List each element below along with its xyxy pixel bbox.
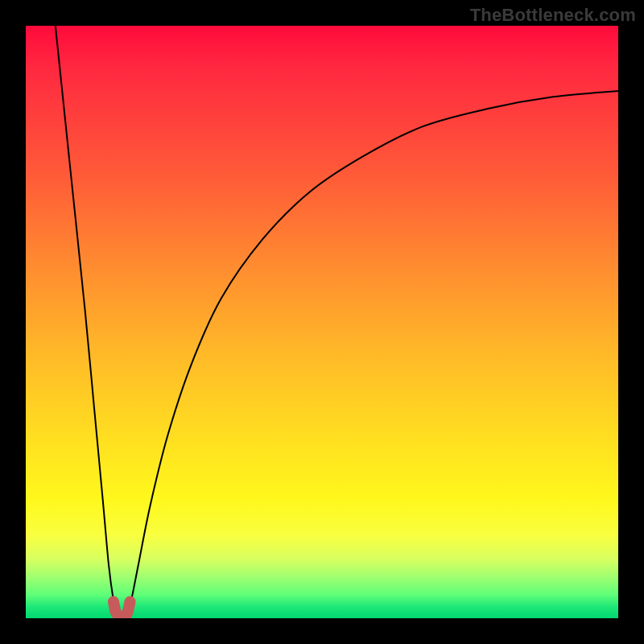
series-bottleneck-curve-left — [56, 26, 117, 613]
chart-frame: TheBottleneck.com — [0, 0, 644, 644]
plot-area — [26, 26, 618, 618]
series-bottleneck-base-u — [114, 601, 130, 616]
curve-layer — [26, 26, 618, 618]
watermark-text: TheBottleneck.com — [470, 5, 636, 26]
series-bottleneck-curve-right — [128, 91, 618, 613]
